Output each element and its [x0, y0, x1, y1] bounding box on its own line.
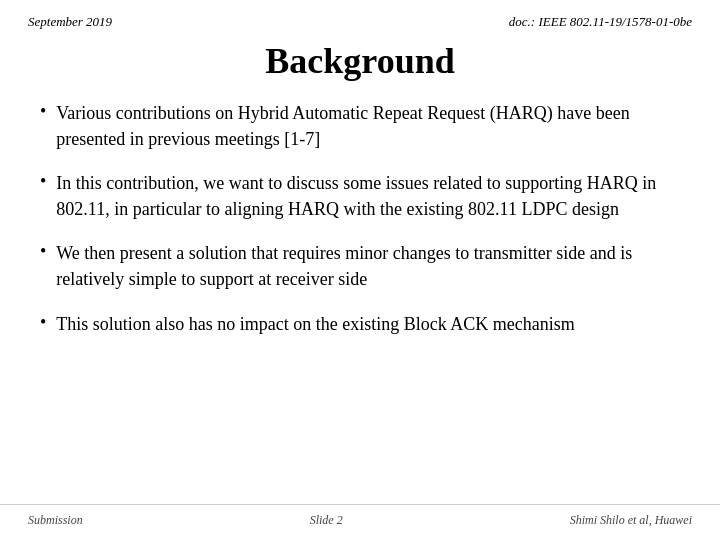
footer-right: Shimi Shilo et al, Huawei: [570, 513, 692, 528]
bullet-text-2: In this contribution, we want to discuss…: [56, 170, 680, 222]
bullet-item-3: • We then present a solution that requir…: [40, 240, 680, 292]
bullet-text-1: Various contributions on Hybrid Automati…: [56, 100, 680, 152]
bullet-item-1: • Various contributions on Hybrid Automa…: [40, 100, 680, 152]
slide-content: • Various contributions on Hybrid Automa…: [0, 92, 720, 504]
bullet-item-4: • This solution also has no impact on th…: [40, 311, 680, 337]
header-doc: doc.: IEEE 802.11-19/1578-01-0be: [509, 14, 692, 30]
slide: September 2019 doc.: IEEE 802.11-19/1578…: [0, 0, 720, 540]
bullet-icon-2: •: [40, 171, 46, 192]
header-date: September 2019: [28, 14, 112, 30]
slide-footer: Submission Slide 2 Shimi Shilo et al, Hu…: [0, 504, 720, 540]
title-section: Background: [0, 34, 720, 92]
bullet-text-4: This solution also has no impact on the …: [56, 311, 574, 337]
bullet-item-2: • In this contribution, we want to discu…: [40, 170, 680, 222]
bullet-icon-4: •: [40, 312, 46, 333]
slide-title: Background: [28, 40, 692, 82]
footer-left: Submission: [28, 513, 83, 528]
bullet-text-3: We then present a solution that requires…: [56, 240, 680, 292]
bullet-icon-1: •: [40, 101, 46, 122]
footer-center: Slide 2: [310, 513, 343, 528]
bullet-icon-3: •: [40, 241, 46, 262]
slide-header: September 2019 doc.: IEEE 802.11-19/1578…: [0, 0, 720, 34]
